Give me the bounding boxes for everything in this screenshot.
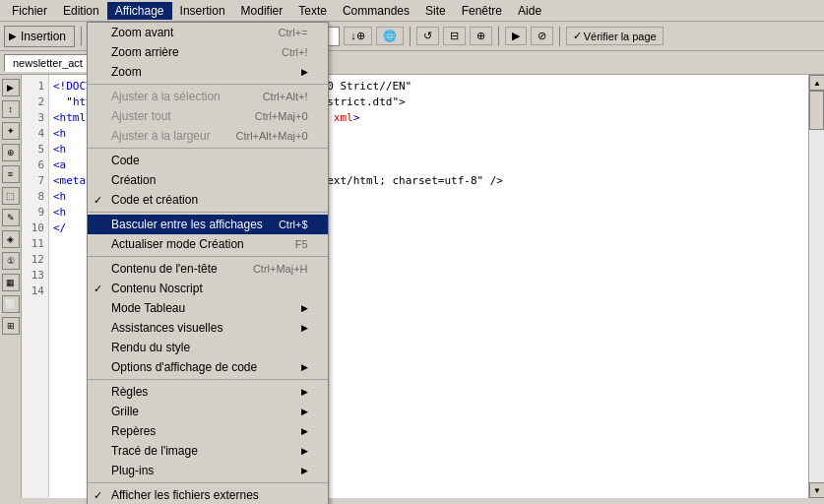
menu-regles[interactable]: Règles: [88, 382, 328, 402]
menu-entete[interactable]: Contenu de l'en-tête Ctrl+Maj+H: [88, 259, 328, 279]
menu-zoom-avant[interactable]: Zoom avant Ctrl+=: [88, 23, 328, 42]
separator-plugins: [88, 482, 328, 483]
menu-reperes[interactable]: Repères: [88, 421, 328, 441]
menu-creation[interactable]: Création: [88, 170, 328, 190]
menu-zoom-arriere[interactable]: Zoom arrière Ctrl+!: [88, 42, 328, 62]
menu-code-creation[interactable]: Code et création: [88, 190, 328, 210]
menu-plugins[interactable]: Plug-ins: [88, 461, 328, 480]
separator-options: [88, 379, 328, 380]
menu-code[interactable]: Code: [88, 151, 328, 170]
menu-afficher-externes[interactable]: Afficher les fichiers externes: [88, 485, 328, 504]
menu-assistances[interactable]: Assistances visuelles: [88, 318, 328, 338]
menu-zoom[interactable]: Zoom: [88, 62, 328, 82]
menu-ajuster-largeur[interactable]: Ajuster à la largeur Ctrl+Alt+Maj+0: [88, 126, 328, 146]
menu-grille[interactable]: Grille: [88, 402, 328, 421]
separator-views: [88, 212, 328, 213]
affichage-dropdown: Zoom avant Ctrl+= Zoom arrière Ctrl+! Zo…: [87, 22, 329, 504]
menu-mode-tableau[interactable]: Mode Tableau: [88, 298, 328, 318]
dropdown-overlay: Zoom avant Ctrl+= Zoom arrière Ctrl+! Zo…: [0, 0, 824, 504]
menu-noscript[interactable]: Contenu Noscript: [88, 279, 328, 298]
menu-actualiser[interactable]: Actualiser mode Création F5: [88, 234, 328, 254]
menu-ajuster-tout[interactable]: Ajuster tout Ctrl+Maj+0: [88, 106, 328, 126]
menu-options-code[interactable]: Options d'affichage de code: [88, 357, 328, 377]
menu-ajuster-selection[interactable]: Ajuster à la sélection Ctrl+Alt+!: [88, 87, 328, 106]
separator-zoom: [88, 84, 328, 85]
menu-trace-image[interactable]: Tracé de l'image: [88, 441, 328, 461]
separator-ajuster: [88, 148, 328, 149]
separator-actualiser: [88, 256, 328, 257]
menu-rendu-style[interactable]: Rendu du style: [88, 338, 328, 357]
menu-basculer[interactable]: Basculer entre les affichages Ctrl+$: [88, 215, 328, 234]
